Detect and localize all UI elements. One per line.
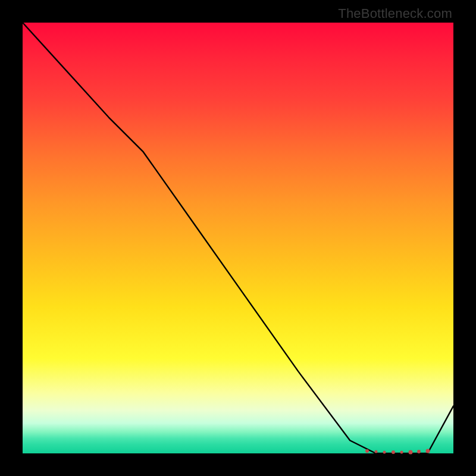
marker-dot <box>374 450 377 453</box>
marker-dot <box>417 450 421 453</box>
chart-container: TheBottleneck.com <box>0 0 476 476</box>
marker-dot <box>392 450 395 454</box>
marker-dot <box>408 450 412 454</box>
watermark-text: TheBottleneck.com <box>338 6 452 21</box>
curve-path <box>23 23 453 453</box>
plot-area <box>23 23 453 453</box>
curve-svg <box>23 23 453 453</box>
marker-dot <box>365 449 369 453</box>
marker-dot <box>425 449 430 453</box>
marker-cluster <box>23 23 453 453</box>
marker-dot <box>400 450 403 453</box>
marker-dot <box>383 450 386 453</box>
